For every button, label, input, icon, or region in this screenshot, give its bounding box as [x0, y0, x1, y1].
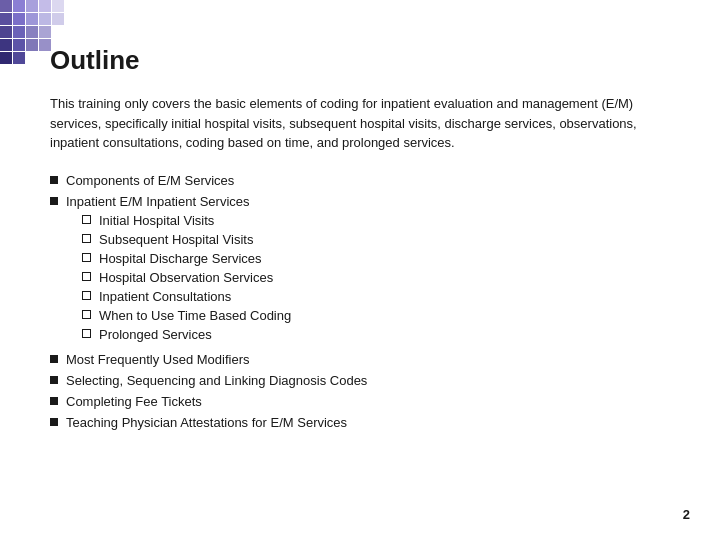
page-container: Outline This training only covers the ba… — [0, 0, 720, 540]
sub-item-text: Hospital Discharge Services — [99, 251, 262, 266]
sub-item-text: Hospital Observation Services — [99, 270, 273, 285]
bullet-icon — [50, 418, 58, 426]
list-item: Teaching Physician Attestations for E/M … — [50, 415, 670, 430]
sub-list-item: Initial Hospital Visits — [82, 213, 291, 228]
intro-text: This training only covers the basic elem… — [50, 94, 670, 153]
list-item-text: Components of E/M Services — [66, 173, 234, 188]
list-item-text: Selecting, Sequencing and Linking Diagno… — [66, 373, 367, 388]
list-item-text: Teaching Physician Attestations for E/M … — [66, 415, 347, 430]
list-item: Inpatient E/M Inpatient Services Initial… — [50, 194, 670, 346]
sub-item-text: Initial Hospital Visits — [99, 213, 214, 228]
main-list: Components of E/M Services Inpatient E/M… — [50, 173, 670, 430]
list-item-text: Most Frequently Used Modifiers — [66, 352, 250, 367]
page-title: Outline — [50, 45, 670, 76]
empty-bullet-icon — [82, 253, 91, 262]
empty-bullet-icon — [82, 329, 91, 338]
bullet-icon — [50, 197, 58, 205]
sub-list-item: Hospital Observation Services — [82, 270, 291, 285]
sub-item-text: Subsequent Hospital Visits — [99, 232, 253, 247]
empty-bullet-icon — [82, 215, 91, 224]
bullet-icon — [50, 355, 58, 363]
list-item-text: Inpatient E/M Inpatient Services — [66, 194, 250, 209]
empty-bullet-icon — [82, 234, 91, 243]
list-item: Selecting, Sequencing and Linking Diagno… — [50, 373, 670, 388]
bullet-icon — [50, 397, 58, 405]
sub-list-item: Subsequent Hospital Visits — [82, 232, 291, 247]
list-item: Most Frequently Used Modifiers — [50, 352, 670, 367]
page-number: 2 — [683, 507, 690, 522]
list-item-text: Completing Fee Tickets — [66, 394, 202, 409]
sub-item-text: When to Use Time Based Coding — [99, 308, 291, 323]
list-item: Components of E/M Services — [50, 173, 670, 188]
list-item: Completing Fee Tickets — [50, 394, 670, 409]
sub-list-item: Hospital Discharge Services — [82, 251, 291, 266]
empty-bullet-icon — [82, 291, 91, 300]
empty-bullet-icon — [82, 272, 91, 281]
bullet-icon — [50, 376, 58, 384]
sub-list-item: When to Use Time Based Coding — [82, 308, 291, 323]
empty-bullet-icon — [82, 310, 91, 319]
bullet-icon — [50, 176, 58, 184]
sub-item-text: Inpatient Consultations — [99, 289, 231, 304]
sub-list-item: Prolonged Services — [82, 327, 291, 342]
sub-item-text: Prolonged Services — [99, 327, 212, 342]
sub-list: Initial Hospital Visits Subsequent Hospi… — [82, 213, 291, 342]
sub-list-item: Inpatient Consultations — [82, 289, 291, 304]
